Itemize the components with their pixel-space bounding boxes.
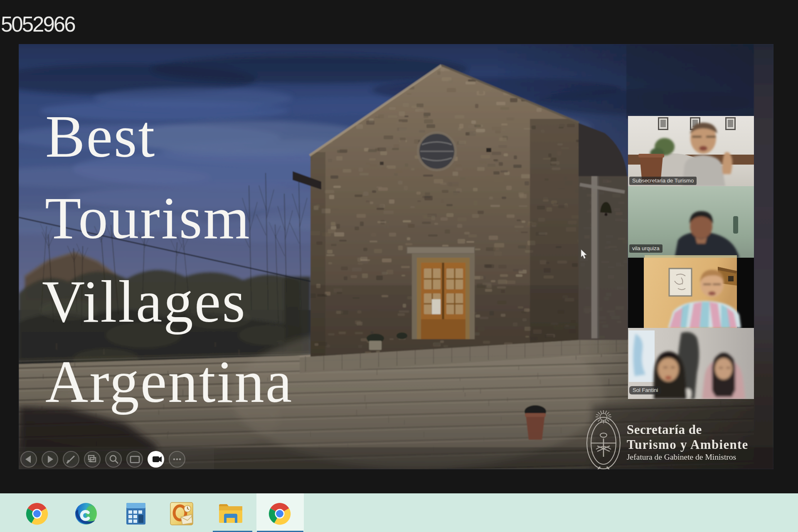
svg-text:Argentina: Argentina <box>45 349 293 415</box>
svg-text:Tourism: Tourism <box>45 185 251 251</box>
svg-text:Best: Best <box>45 104 156 170</box>
svg-text:Villages: Villages <box>42 269 246 335</box>
